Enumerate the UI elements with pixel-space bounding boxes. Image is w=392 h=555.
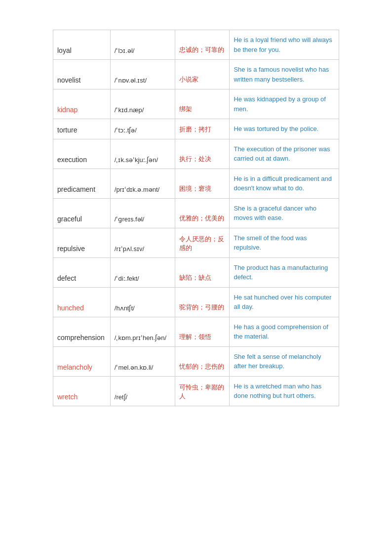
phonetic-cell: /ˌɪk.səˈkjuː.ʃən/: [110, 139, 175, 169]
example-cell: He sat hunched over his computer all day…: [230, 287, 339, 317]
phonetic-cell: /prɪˈdɪk.ə.mənt/: [110, 169, 175, 198]
word-cell: hunched: [53, 287, 111, 317]
chinese-cell: 忠诚的；可靠的: [175, 30, 230, 60]
word-cell: melancholy: [53, 346, 111, 376]
word-text: melancholy: [57, 363, 92, 371]
example-cell: He is in a difficult predicament and doe…: [230, 169, 339, 198]
vocabulary-table: loyal/ˈlɔɪ.əl/忠诚的；可靠的He is a loyal frien…: [53, 30, 339, 406]
example-cell: The smell of the food was repulsive.: [230, 228, 339, 257]
example-cell: She is a famous novelist who has written…: [230, 60, 339, 89]
chinese-cell: 令人厌恶的；反感的: [175, 228, 230, 257]
phonetic-cell: /ˈkɪd.næp/: [110, 89, 175, 119]
word-cell: loyal: [53, 30, 111, 60]
table-row: graceful/ˈɡreɪs.fəl/优雅的；优美的She is a grac…: [53, 198, 339, 228]
word-cell: repulsive: [53, 228, 111, 257]
word-cell: graceful: [53, 198, 111, 228]
phonetic-cell: /ˈmel.ən.kɒ.li/: [110, 346, 175, 376]
table-row: novelist/ˈnɒv.əl.ɪst/小说家She is a famous …: [53, 60, 339, 89]
word-cell: predicament: [53, 169, 111, 198]
table-row: comprehension/ˌkɒm.prɪˈhen.ʃən/理解；领悟He h…: [53, 317, 339, 346]
chinese-cell: 理解；领悟: [175, 317, 230, 346]
chinese-cell: 困境；窘境: [175, 169, 230, 198]
table-row: repulsive/rɪˈpʌl.sɪv/令人厌恶的；反感的The smell …: [53, 228, 339, 257]
chinese-cell: 执行；处决: [175, 139, 230, 169]
chinese-cell: 可怜虫；卑鄙的人: [175, 376, 230, 406]
table-row: predicament/prɪˈdɪk.ə.mənt/困境；窘境He is in…: [53, 169, 339, 198]
word-cell: kidnap: [53, 89, 111, 119]
word-text: predicament: [57, 185, 95, 193]
phonetic-cell: /ˈtɔː.tʃə/: [110, 119, 175, 139]
table-row: wretch/retʃ/可怜虫；卑鄙的人He is a wretched man…: [53, 376, 339, 406]
chinese-cell: 折磨；拷打: [175, 119, 230, 139]
chinese-cell: 小说家: [175, 60, 230, 89]
example-cell: He was kidnapped by a group of men.: [230, 89, 339, 119]
example-cell: He has a good comprehension of the mater…: [230, 317, 339, 346]
chinese-cell: 优雅的；优美的: [175, 198, 230, 228]
word-text: repulsive: [57, 245, 85, 253]
table-row: execution/ˌɪk.səˈkjuː.ʃən/执行；处决The execu…: [53, 139, 339, 169]
table-row: melancholy/ˈmel.ən.kɒ.li/忧郁的；悲伤的She felt…: [53, 346, 339, 376]
phonetic-cell: /rɪˈpʌl.sɪv/: [110, 228, 175, 257]
example-cell: The execution of the prisoner was carrie…: [230, 139, 339, 169]
example-cell: He is a loyal friend who will always be …: [230, 30, 339, 60]
word-text: loyal: [57, 46, 72, 54]
example-cell: She is a graceful dancer who moves with …: [230, 198, 339, 228]
table-row: torture/ˈtɔː.tʃə/折磨；拷打He was tortured by…: [53, 119, 339, 139]
table-row: defect/ˈdiː.fekt/缺陷；缺点The product has a …: [53, 257, 339, 287]
phonetic-cell: /ˈnɒv.əl.ɪst/: [110, 60, 175, 89]
phonetic-cell: /ˈdiː.fekt/: [110, 257, 175, 287]
chinese-cell: 驼背的；弓腰的: [175, 287, 230, 317]
chinese-cell: 忧郁的；悲伤的: [175, 346, 230, 376]
word-cell: comprehension: [53, 317, 111, 346]
phonetic-cell: /ˌkɒm.prɪˈhen.ʃən/: [110, 317, 175, 346]
phonetic-cell: /retʃ/: [110, 376, 175, 406]
table-row: loyal/ˈlɔɪ.əl/忠诚的；可靠的He is a loyal frien…: [53, 30, 339, 60]
word-cell: wretch: [53, 376, 111, 406]
word-cell: execution: [53, 139, 111, 169]
phonetic-cell: /hʌntʃt/: [110, 287, 175, 317]
word-text: kidnap: [57, 106, 78, 114]
table-row: hunched/hʌntʃt/驼背的；弓腰的He sat hunched ove…: [53, 287, 339, 317]
table-row: kidnap/ˈkɪd.næp/绑架He was kidnapped by a …: [53, 89, 339, 119]
word-cell: torture: [53, 119, 111, 139]
example-cell: She felt a sense of melancholy after her…: [230, 346, 339, 376]
word-text: graceful: [57, 215, 82, 223]
word-text: wretch: [57, 393, 78, 401]
word-text: execution: [57, 156, 87, 164]
example-cell: The product has a manufacturing defect.: [230, 257, 339, 287]
example-cell: He is a wretched man who has done nothin…: [230, 376, 339, 406]
chinese-cell: 缺陷；缺点: [175, 257, 230, 287]
word-text: comprehension: [57, 334, 105, 342]
phonetic-cell: /ˈlɔɪ.əl/: [110, 30, 175, 60]
word-text: torture: [57, 126, 77, 134]
word-text: defect: [57, 274, 76, 282]
word-cell: novelist: [53, 60, 111, 89]
word-text: novelist: [57, 76, 80, 84]
word-text: hunched: [57, 304, 84, 312]
word-cell: defect: [53, 257, 111, 287]
chinese-cell: 绑架: [175, 89, 230, 119]
example-cell: He was tortured by the police.: [230, 119, 339, 139]
phonetic-cell: /ˈɡreɪs.fəl/: [110, 198, 175, 228]
